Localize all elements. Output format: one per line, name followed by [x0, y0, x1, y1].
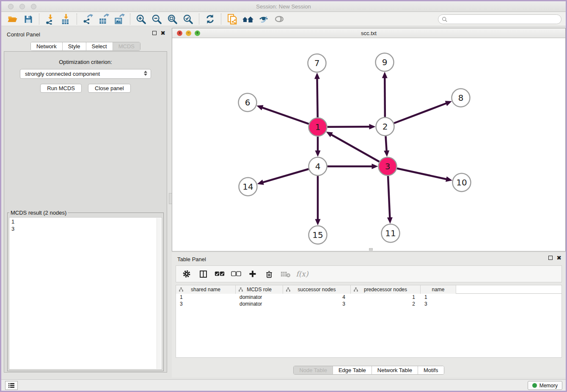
close-panel-icon[interactable]: ✖ [556, 256, 561, 260]
zoom-fit-button[interactable] [165, 13, 180, 25]
table-cell[interactable]: dominator [236, 301, 283, 307]
close-panel-icon[interactable]: ✖ [160, 31, 165, 35]
mcds-result-text[interactable]: 1 3 [9, 217, 162, 370]
tab-edge-table[interactable]: Edge Table [333, 366, 372, 374]
network-window-titlebar: x – + scc.txt [172, 28, 565, 38]
column-header-predecessor-nodes[interactable]: predecessor nodes [351, 285, 421, 294]
table-row[interactable]: 3dominator323 [176, 301, 561, 307]
tab-motifs[interactable]: Motifs [418, 366, 444, 374]
toolbar-separator [39, 14, 39, 25]
table-settings-button[interactable] [181, 268, 192, 279]
create-column-button[interactable] [247, 268, 258, 279]
table-cell[interactable]: 1 [176, 294, 236, 301]
network-window-title: scc.txt [172, 28, 565, 38]
edge-2-3[interactable] [385, 136, 386, 152]
node-label-3: 3 [385, 161, 391, 171]
status-menu-button[interactable] [5, 381, 18, 390]
edge-1-7[interactable] [317, 77, 317, 117]
open-session-button[interactable] [5, 13, 20, 25]
result-scrollbar[interactable] [157, 218, 161, 369]
hide-selected-button[interactable] [256, 13, 271, 25]
export-image-button[interactable] [111, 13, 127, 25]
tab-network[interactable]: Network [31, 42, 62, 50]
table-cell[interactable]: 4 [283, 294, 351, 301]
export-network-button[interactable] [80, 13, 96, 25]
network-view-window: x – + scc.txt 7968124314101511 [172, 28, 566, 251]
save-session-button[interactable] [20, 13, 36, 25]
toolbar-separator [221, 14, 221, 25]
search-input[interactable] [438, 14, 561, 24]
memory-status-icon [532, 383, 537, 388]
table-cell[interactable]: 3 [421, 301, 456, 307]
edge-2-8[interactable] [394, 103, 447, 123]
tab-select[interactable]: Select [86, 42, 113, 50]
table-cell[interactable]: 3 [283, 301, 351, 307]
column-header-MCDS-role[interactable]: MCDS role [236, 285, 283, 294]
node-label-7: 7 [314, 58, 320, 68]
edge-3-1[interactable] [330, 134, 379, 162]
close-panel-button[interactable]: Close panel [88, 84, 131, 93]
export-table-button[interactable] [96, 13, 111, 25]
select-stepper-icon [144, 71, 147, 76]
table-cell[interactable]: 1 [421, 294, 456, 301]
main-area: Control Panel ✖ Network Style Select MCD… [1, 27, 566, 379]
zoom-in-button[interactable] [133, 13, 149, 25]
edge-3-10[interactable] [397, 168, 447, 179]
checked-boxes-icon [215, 271, 225, 277]
tab-network-table[interactable]: Network Table [372, 366, 418, 374]
select-all-columns-button[interactable] [214, 268, 225, 279]
column-type-icon [179, 287, 183, 292]
control-panel: Control Panel ✖ Network Style Select MCD… [1, 27, 170, 379]
canvas-splitter-grip[interactable] [369, 248, 373, 251]
tab-mcds[interactable]: MCDS [113, 42, 140, 50]
zoom-selected-button[interactable] [180, 13, 196, 25]
clone-network-button[interactable] [224, 13, 240, 25]
column-header-shared-name[interactable]: shared name [176, 285, 236, 294]
import-network-icon [44, 14, 56, 25]
float-panel-icon[interactable] [548, 256, 553, 260]
first-neighbors-button[interactable] [240, 13, 256, 25]
edge-3-11[interactable] [388, 176, 390, 218]
table-cell[interactable]: 3 [176, 301, 236, 307]
column-type-icon [286, 287, 290, 292]
edge-2-9[interactable] [385, 77, 385, 117]
node-label-1: 1 [315, 122, 321, 132]
delete-table-button-disabled [280, 268, 291, 279]
unselect-all-columns-button[interactable] [231, 268, 242, 279]
float-panel-icon[interactable] [152, 31, 157, 35]
import-table-button[interactable] [58, 13, 74, 25]
status-bar: Memory [1, 379, 566, 391]
network-canvas[interactable]: 7968124314101511 [172, 39, 565, 251]
show-columns-button[interactable] [198, 268, 209, 279]
refresh-icon [204, 14, 216, 25]
memory-button[interactable]: Memory [528, 381, 562, 390]
column-header-name[interactable]: name [421, 285, 456, 294]
table-cell[interactable]: 2 [351, 301, 421, 307]
edge-4-14[interactable] [262, 169, 308, 182]
zoom-out-icon [151, 14, 162, 25]
import-network-button[interactable] [42, 13, 58, 25]
edge-1-2[interactable] [327, 127, 370, 127]
tab-node-table[interactable]: Node Table [294, 366, 333, 374]
edge-arrowhead [382, 72, 388, 78]
save-icon [23, 14, 33, 24]
table-row[interactable]: 1dominator411 [176, 294, 561, 301]
refresh-button[interactable] [202, 13, 218, 25]
column-header-successor-nodes[interactable]: successor nodes [283, 285, 351, 294]
node-label-10: 10 [456, 177, 467, 188]
show-all-button[interactable] [271, 13, 287, 25]
table-cell[interactable]: dominator [236, 294, 283, 301]
node-table[interactable]: shared nameMCDS rolesuccessor nodesprede… [176, 285, 562, 358]
table-panel-title: Table Panel [177, 256, 206, 262]
tab-style[interactable]: Style [62, 42, 86, 50]
zoom-out-button[interactable] [149, 13, 165, 25]
table-header-row: shared nameMCDS rolesuccessor nodesprede… [176, 285, 561, 294]
delete-column-button[interactable] [264, 268, 275, 279]
app-window: Session: New Session [1, 1, 566, 391]
edge-1-6[interactable] [261, 107, 309, 124]
table-cell[interactable]: 1 [351, 294, 421, 301]
criterion-select[interactable]: strongly connected component [20, 69, 151, 79]
node-label-8: 8 [458, 93, 464, 103]
mcds-result-title: MCDS result (2 nodes) [9, 210, 68, 216]
run-mcds-button[interactable]: Run MCDS [40, 84, 82, 93]
